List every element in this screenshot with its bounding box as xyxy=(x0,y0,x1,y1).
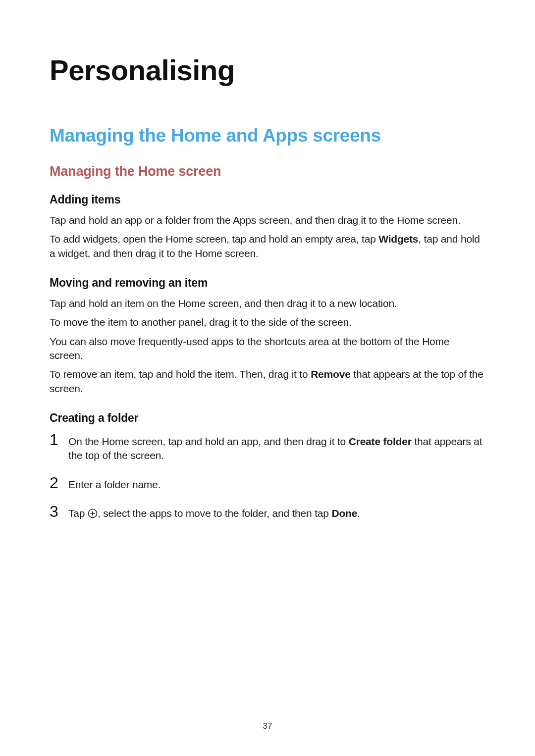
subsection-heading-moving: Moving and removing an item xyxy=(50,276,485,290)
bold-text-remove: Remove xyxy=(311,368,351,380)
step-text: Tap , select the apps to move to the fol… xyxy=(68,506,485,520)
text: . xyxy=(357,507,360,519)
subsection-heading-adding-items: Adding items xyxy=(50,193,485,206)
page-container: Personalising Managing the Home and Apps… xyxy=(0,0,535,756)
bold-text-widgets: Widgets xyxy=(378,233,418,245)
bold-text-create-folder: Create folder xyxy=(349,436,412,447)
page-number: 37 xyxy=(0,721,535,731)
paragraph: Tap and hold an item on the Home screen,… xyxy=(50,297,485,310)
plus-circle-icon xyxy=(88,508,98,518)
step-item: 3 Tap , select the apps to move to the f… xyxy=(50,504,485,520)
step-number: 1 xyxy=(50,432,60,448)
bold-text-done: Done xyxy=(331,507,357,519)
text: To add widgets, open the Home screen, ta… xyxy=(50,233,378,245)
step-item: 2 Enter a folder name. xyxy=(50,475,485,492)
paragraph: To add widgets, open the Home screen, ta… xyxy=(50,232,485,260)
step-number: 3 xyxy=(50,504,60,519)
subsection-heading-creating-folder: Creating a folder xyxy=(50,411,485,425)
section-heading-h3: Managing the Home screen xyxy=(50,164,485,179)
text: , select the apps to move to the folder,… xyxy=(98,507,332,519)
step-text: Enter a folder name. xyxy=(68,478,485,492)
text: On the Home screen, tap and hold an app,… xyxy=(68,436,349,447)
text: To remove an item, tap and hold the item… xyxy=(50,368,311,380)
page-title: Personalising xyxy=(50,53,485,87)
paragraph: Tap and hold an app or a folder from the… xyxy=(50,213,485,227)
paragraph: To remove an item, tap and hold the item… xyxy=(50,367,485,396)
steps-list: 1 On the Home screen, tap and hold an ap… xyxy=(50,432,485,520)
step-text: On the Home screen, tap and hold an app,… xyxy=(68,435,485,463)
step-item: 1 On the Home screen, tap and hold an ap… xyxy=(50,432,485,463)
text: Tap xyxy=(68,507,88,519)
paragraph: You can also move frequently-used apps t… xyxy=(50,335,485,363)
section-heading-h2: Managing the Home and Apps screens xyxy=(50,125,485,146)
paragraph: To move the item to another panel, drag … xyxy=(50,315,485,329)
step-number: 2 xyxy=(50,475,60,491)
